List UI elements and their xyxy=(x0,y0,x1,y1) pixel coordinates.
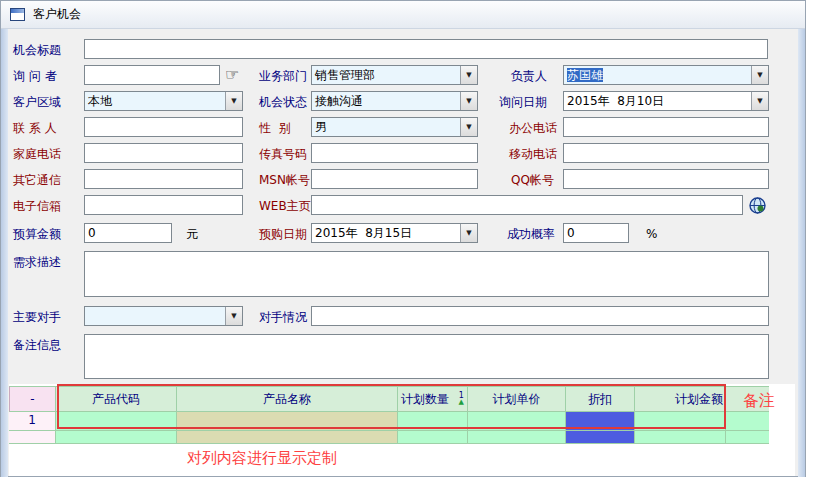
budget-input[interactable] xyxy=(84,223,172,243)
opportunity-title-label: 机会标题 xyxy=(13,43,61,57)
mobile-phone-label: 移动电话 xyxy=(509,147,557,161)
other-comm-input[interactable] xyxy=(84,169,243,189)
cell-plan-price[interactable] xyxy=(468,412,566,431)
column-header-product-code[interactable]: 产品代码 xyxy=(56,386,177,412)
cell-discount[interactable] xyxy=(566,431,635,444)
owner-combobox[interactable]: 苏国雄 ▼ xyxy=(563,65,769,85)
status-combobox[interactable]: 接触沟通 ▼ xyxy=(311,91,478,111)
column-header-plan-qty[interactable]: 计划数量 1 ▲ xyxy=(398,386,468,412)
annotation-remark-column: 备注 xyxy=(743,391,775,412)
window-border-left xyxy=(1,29,8,477)
plan-qty-header-text: 计划数量 xyxy=(401,387,449,411)
gender-label: 性 别 xyxy=(259,121,291,135)
home-phone-input[interactable] xyxy=(84,143,243,163)
column-header-plan-amount[interactable]: 计划金额 xyxy=(635,386,726,412)
inquiry-date-value: 2015年 8月10日 xyxy=(564,92,751,110)
product-grid: - 产品代码 产品名称 计划数量 1 ▲ 计划单价 折扣 计划金额 1 xyxy=(9,386,769,444)
demand-label: 需求描述 xyxy=(13,255,61,269)
column-header-product-name[interactable]: 产品名称 xyxy=(177,386,398,412)
region-value: 本地 xyxy=(85,92,225,110)
status-label: 机会状态 xyxy=(259,95,307,109)
window-border-right xyxy=(798,29,805,477)
dropdown-arrow-icon[interactable]: ▼ xyxy=(225,307,242,325)
email-label: 电子信箱 xyxy=(13,199,61,213)
row-header-2[interactable] xyxy=(9,431,56,444)
remark-label: 备注信息 xyxy=(13,338,61,352)
globe-icon[interactable] xyxy=(749,197,766,214)
purchase-date-label: 预购日期 xyxy=(259,227,307,241)
probability-label: 成功概率 xyxy=(507,227,555,241)
annotation-note: 对列内容进行显示定制 xyxy=(187,449,337,468)
office-phone-label: 办公电话 xyxy=(509,121,557,135)
cell-plan-qty[interactable] xyxy=(398,412,468,431)
remark-textarea[interactable] xyxy=(84,334,769,379)
hand-pointer-icon[interactable]: ☞ xyxy=(225,67,239,83)
budget-label: 预算金额 xyxy=(13,227,61,241)
cell-product-name[interactable] xyxy=(177,431,398,444)
homepage-input[interactable] xyxy=(311,195,743,215)
competitor-info-input[interactable] xyxy=(311,306,769,326)
inquirer-label: 询 问 者 xyxy=(13,69,57,83)
opportunity-window: 客户机会 机会标题 询 问 者 ☞ 业务部门 销售管理部 ▼ 负责人 苏国雄 ▼… xyxy=(0,0,806,477)
home-phone-label: 家庭电话 xyxy=(13,147,61,161)
dropdown-arrow-icon[interactable]: ▼ xyxy=(225,92,242,110)
dropdown-arrow-icon[interactable]: ▼ xyxy=(460,224,477,242)
competitor-info-label: 对手情况 xyxy=(259,310,307,324)
column-header-discount[interactable]: 折扣 xyxy=(566,386,635,412)
mobile-phone-input[interactable] xyxy=(563,143,769,163)
probability-input[interactable] xyxy=(563,223,629,243)
office-phone-input[interactable] xyxy=(563,117,769,137)
grid-corner-header[interactable]: - xyxy=(9,386,56,412)
fax-input[interactable] xyxy=(311,143,478,163)
cell-blank[interactable] xyxy=(726,412,769,431)
competitor-value xyxy=(85,307,225,325)
department-value: 销售管理部 xyxy=(312,66,460,84)
qq-input[interactable] xyxy=(563,169,769,189)
cell-product-name[interactable] xyxy=(177,412,398,431)
cell-plan-qty[interactable] xyxy=(398,431,468,444)
qq-label: QQ帐号 xyxy=(511,173,554,187)
cell-plan-amount[interactable] xyxy=(635,431,726,444)
purchase-date-picker[interactable]: 2015年 8月15日 ▼ xyxy=(311,223,478,243)
cell-product-code[interactable] xyxy=(56,412,177,431)
demand-textarea[interactable] xyxy=(84,251,769,297)
contact-input[interactable] xyxy=(84,117,243,137)
competitor-combobox[interactable]: ▼ xyxy=(84,306,243,326)
inquiry-date-label: 询问日期 xyxy=(499,95,547,109)
cell-plan-amount[interactable] xyxy=(635,412,726,431)
cell-plan-price[interactable] xyxy=(468,431,566,444)
dropdown-arrow-icon[interactable]: ▼ xyxy=(460,66,477,84)
dropdown-arrow-icon[interactable]: ▼ xyxy=(460,118,477,136)
titlebar[interactable]: 客户机会 xyxy=(1,1,805,29)
dropdown-arrow-icon[interactable]: ▼ xyxy=(751,66,768,84)
sort-ascending-icon: 1 ▲ xyxy=(459,393,464,405)
window-title: 客户机会 xyxy=(33,6,81,23)
grid-header-row: - 产品代码 产品名称 计划数量 1 ▲ 计划单价 折扣 计划金额 xyxy=(9,386,769,412)
dropdown-arrow-icon[interactable]: ▼ xyxy=(751,92,768,110)
department-label: 业务部门 xyxy=(259,69,307,83)
column-header-plan-price[interactable]: 计划单价 xyxy=(468,386,566,412)
probability-unit-label: % xyxy=(646,227,657,241)
department-combobox[interactable]: 销售管理部 ▼ xyxy=(311,65,478,85)
other-comm-label: 其它通信 xyxy=(13,173,61,187)
gender-value: 男 xyxy=(312,118,460,136)
owner-value: 苏国雄 xyxy=(564,66,751,84)
gender-combobox[interactable]: 男 ▼ xyxy=(311,117,478,137)
opportunity-title-input[interactable] xyxy=(84,39,768,59)
homepage-label: WEB主页 xyxy=(259,199,311,213)
region-combobox[interactable]: 本地 ▼ xyxy=(84,91,243,111)
cell-product-code[interactable] xyxy=(56,431,177,444)
purchase-date-value: 2015年 8月15日 xyxy=(312,224,460,242)
owner-selected-text: 苏国雄 xyxy=(567,68,603,82)
inquiry-date-picker[interactable]: 2015年 8月10日 ▼ xyxy=(563,91,769,111)
competitor-label: 主要对手 xyxy=(13,310,61,324)
cell-blank[interactable] xyxy=(726,431,769,444)
fax-label: 传真号码 xyxy=(259,147,307,161)
row-header-1[interactable]: 1 xyxy=(9,412,56,431)
dropdown-arrow-icon[interactable]: ▼ xyxy=(460,92,477,110)
msn-input[interactable] xyxy=(311,169,478,189)
cell-discount-selected[interactable] xyxy=(566,412,635,431)
inquirer-input[interactable] xyxy=(84,65,220,85)
email-input[interactable] xyxy=(84,195,243,215)
msn-label: MSN帐号 xyxy=(259,173,310,187)
